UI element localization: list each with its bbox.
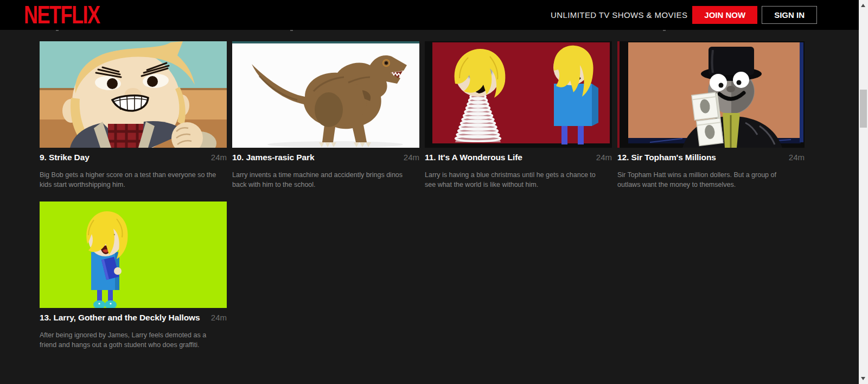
episode-title-row: 11. It's A Wonderous Life 24m	[425, 153, 612, 162]
episode-description: Larry is having a blue christmas until h…	[425, 170, 607, 190]
episode-card-10[interactable]: 10. James-rasic Park 24m Larry invents a…	[232, 41, 419, 190]
t-rex-art	[232, 41, 419, 148]
episode-title: 11. It's A Wonderous Life	[425, 153, 522, 162]
clipped-text-remnant	[290, 30, 293, 31]
grinning-blond-boy-art	[40, 41, 227, 148]
episode-description: Big Bob gets a higher score on a test th…	[40, 170, 222, 190]
episode-thumbnail[interactable]	[40, 41, 227, 148]
larry-holding-book-green-art	[40, 202, 227, 308]
episode-thumbnail[interactable]	[425, 41, 612, 148]
episode-title-row: 12. Sir Topham's Millions 24m	[617, 153, 805, 162]
episode-title: 12. Sir Topham's Millions	[617, 153, 716, 162]
netflix-logo[interactable]: NETFLIX	[24, 1, 100, 30]
episode-thumbnail[interactable]	[40, 202, 227, 308]
episode-description: Sir Topham Hatt wins a million dollers. …	[617, 170, 800, 190]
episode-card-9[interactable]: 9. Strike Day 24m Big Bob gets a higher …	[40, 41, 227, 190]
episode-list: 9. Strike Day 24m Big Bob gets a higher …	[0, 30, 859, 384]
scrollbar-thumb[interactable]	[860, 90, 867, 128]
episode-title: 9. Strike Day	[40, 153, 90, 162]
vertical-scrollbar[interactable]	[859, 0, 868, 384]
sign-in-button[interactable]: SIGN IN	[762, 6, 817, 24]
episode-duration: 24m	[596, 153, 612, 162]
episode-thumbnail[interactable]	[617, 41, 805, 148]
episode-title: 13. Larry, Gother and the Deckly Hallows	[40, 313, 200, 323]
top-nav-bar: NETFLIX UNLIMITED TV SHOWS & MOVIES JOIN…	[0, 0, 868, 30]
scroll-up-arrow-icon[interactable]	[861, 4, 865, 7]
episode-title-row: 13. Larry, Gother and the Deckly Hallows…	[40, 313, 227, 323]
episode-duration: 24m	[211, 313, 227, 322]
join-now-button[interactable]: JOIN NOW	[692, 6, 757, 24]
header-actions: UNLIMITED TV SHOWS & MOVIES JOIN NOW SIG…	[551, 6, 817, 24]
episode-card-12[interactable]: 12. Sir Topham's Millions 24m Sir Topham…	[617, 41, 805, 190]
mummy-and-sad-figure-red-art	[425, 41, 612, 148]
episode-duration: 24m	[789, 153, 805, 162]
tagline-text: UNLIMITED TV SHOWS & MOVIES	[551, 10, 687, 20]
episode-duration: 24m	[211, 153, 227, 162]
episode-title: 10. James-rasic Park	[232, 153, 314, 162]
episode-card-13[interactable]: 13. Larry, Gother and the Deckly Hallows…	[40, 202, 227, 350]
episode-title-row: 10. James-rasic Park 24m	[232, 153, 419, 162]
episode-description: Larry invents a time machine and acciden…	[232, 170, 414, 190]
episode-grid: 9. Strike Day 24m Big Bob gets a higher …	[40, 41, 859, 350]
clipped-text-remnant	[56, 30, 59, 31]
clipped-text-remnant	[663, 30, 666, 31]
scroll-down-arrow-icon[interactable]	[861, 377, 865, 380]
episode-thumbnail[interactable]	[232, 41, 419, 148]
episode-duration: 24m	[404, 153, 419, 162]
topham-hatt-money-art	[617, 41, 805, 148]
episode-card-11[interactable]: 11. It's A Wonderous Life 24m Larry is h…	[425, 41, 612, 190]
episode-title-row: 9. Strike Day 24m	[40, 153, 227, 162]
episode-description: After being ignored by James, Larry feel…	[40, 330, 222, 350]
